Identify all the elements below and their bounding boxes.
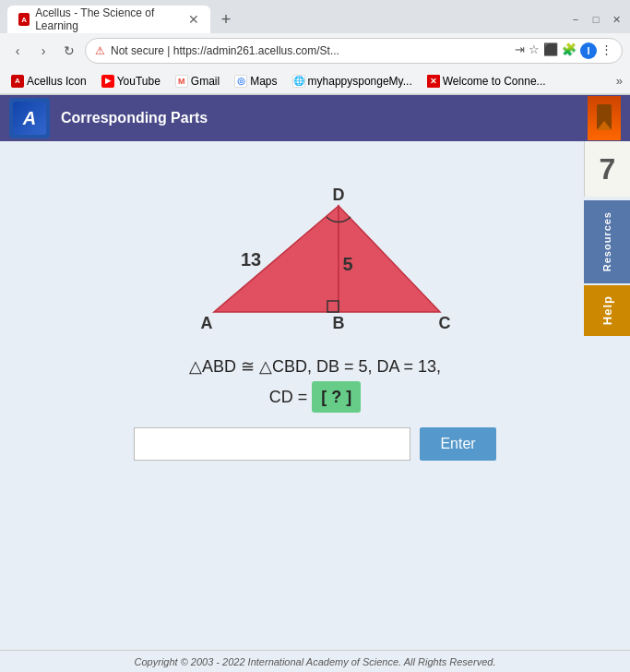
app-container: A Corresponding Parts 7 Resources Help <box>0 95 630 672</box>
problem-line1: △ABD ≅ △CBD, DB = 5, DA = 13, <box>189 357 441 376</box>
label-B: B <box>332 314 344 332</box>
navigation-bar: ‹ › ↻ ⚠ Not secure | https://admin261.ac… <box>0 33 630 68</box>
header-right-icon <box>588 96 621 140</box>
address-bar[interactable]: ⚠ Not secure | https://admin261.acellus.… <box>85 38 623 64</box>
title-bar: A Acellus - The Science of Learning ✕ + … <box>0 0 630 33</box>
problem-text: △ABD ≅ △CBD, DB = 5, DA = 13, CD = [ ? ] <box>189 353 441 413</box>
resources-button[interactable]: Resources <box>584 200 630 283</box>
maps-favicon: ◎ <box>234 75 247 88</box>
forward-button[interactable]: › <box>33 41 53 61</box>
bookmark-gmail[interactable]: M Gmail <box>172 73 223 90</box>
close-button[interactable]: ✕ <box>610 13 623 26</box>
diagram-area: D A B C 13 5 △ABD ≅ △CBD, DB = 5, DA = 1… <box>134 160 495 461</box>
myhappy-bookmark-label: myhappyspongeMy... <box>308 75 412 88</box>
bookmark-youtube[interactable]: ▶ YouTube <box>98 73 164 90</box>
acellus-logo: A <box>9 98 50 138</box>
bookmark-star-icon[interactable]: ☆ <box>529 42 540 59</box>
active-tab[interactable]: A Acellus - The Science of Learning ✕ <box>7 6 210 33</box>
profile-icon[interactable]: I <box>580 42 597 59</box>
footer-text: Copyright © 2003 - 2022 International Ac… <box>135 656 496 667</box>
myhappy-favicon: 🌐 <box>292 75 305 88</box>
tab-favicon: A <box>18 13 30 26</box>
answer-input[interactable] <box>134 427 410 461</box>
share-icon[interactable]: ⇥ <box>515 42 525 59</box>
label-C: C <box>438 314 450 332</box>
extension-icon[interactable]: 🧩 <box>562 42 577 59</box>
minimize-button[interactable]: − <box>569 13 582 26</box>
score-badge: 7 <box>584 141 630 197</box>
answer-placeholder: [ ? ] <box>312 381 361 414</box>
bookmark-myhappy[interactable]: 🌐 myhappyspongeMy... <box>289 73 416 90</box>
bookmarks-bar: A Acellus Icon ▶ YouTube M Gmail ◎ Maps … <box>0 68 630 94</box>
bookmark-maps[interactable]: ◎ Maps <box>231 73 280 90</box>
new-tab-button[interactable]: + <box>214 7 238 31</box>
score-value: 7 <box>600 152 616 186</box>
maps-bookmark-label: Maps <box>250 75 277 88</box>
menu-icon[interactable]: ⋮ <box>600 42 612 59</box>
acellus-favicon: A <box>11 75 24 88</box>
tab-close-button[interactable]: ✕ <box>188 12 199 27</box>
page-title: Corresponding Parts <box>61 110 208 126</box>
youtube-bookmark-label: YouTube <box>117 75 160 88</box>
back-button[interactable]: ‹ <box>7 41 28 61</box>
security-warning-icon: ⚠ <box>95 44 105 57</box>
svg-marker-2 <box>214 206 339 312</box>
bookmark-icon <box>595 104 613 132</box>
main-content: 7 Resources Help <box>0 141 630 672</box>
resources-label: Resources <box>601 211 612 271</box>
acellus-bookmark-label: Acellus Icon <box>27 75 87 88</box>
url-text: Not secure | https://admin261.acellus.co… <box>111 44 509 57</box>
help-button[interactable]: Help <box>584 285 630 336</box>
window-controls: − □ ✕ <box>569 13 623 26</box>
problem-line2-prefix: CD = <box>269 388 313 406</box>
geometry-diagram: D A B C 13 5 <box>159 160 472 343</box>
label-A: A <box>200 314 212 332</box>
value-5: 5 <box>342 254 352 274</box>
refresh-button[interactable]: ↻ <box>59 41 79 61</box>
enter-button[interactable]: Enter <box>420 427 495 461</box>
footer: Copyright © 2003 - 2022 International Ac… <box>0 650 630 672</box>
tab-title: Acellus - The Science of Learning <box>35 6 179 32</box>
svg-marker-3 <box>339 206 440 312</box>
welcome-favicon: ✕ <box>427 75 440 88</box>
input-row: Enter <box>134 427 495 461</box>
youtube-favicon: ▶ <box>101 75 114 88</box>
maximize-button[interactable]: □ <box>589 13 602 26</box>
side-panel: 7 Resources Help <box>584 141 630 336</box>
app-header: A Corresponding Parts <box>0 95 630 141</box>
gmail-favicon: M <box>175 75 188 88</box>
label-D: D <box>332 186 344 204</box>
help-label: Help <box>600 295 614 325</box>
bookmark-welcome[interactable]: ✕ Welcome to Conne... <box>423 73 550 90</box>
bookmark-acellus[interactable]: A Acellus Icon <box>7 73 90 90</box>
acellus-logo-inner: A <box>13 102 46 135</box>
welcome-bookmark-label: Welcome to Conne... <box>443 75 546 88</box>
triangle-svg: D A B C 13 5 <box>159 160 472 340</box>
address-bar-icons: ⇥ ☆ ⬛ 🧩 I ⋮ <box>515 42 612 59</box>
more-bookmarks-icon[interactable]: » <box>616 74 623 88</box>
puzzle-icon[interactable]: ⬛ <box>543 42 558 59</box>
logo-letter: A <box>23 108 36 129</box>
value-13: 13 <box>240 249 260 270</box>
gmail-bookmark-label: Gmail <box>191 75 220 88</box>
